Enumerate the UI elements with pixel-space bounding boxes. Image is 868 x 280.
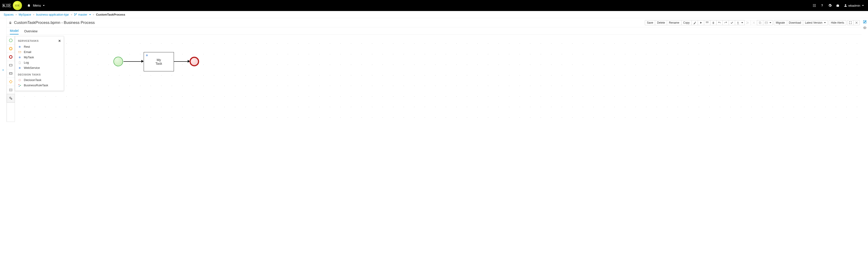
tab-model[interactable]: Model (10, 28, 19, 34)
svg-point-28 (9, 56, 12, 58)
palette-end-event[interactable] (7, 53, 15, 61)
hide-alerts-button[interactable]: Hide Alerts (829, 20, 846, 25)
service-task-label: Log (24, 61, 29, 64)
pencil-square-icon (863, 20, 867, 24)
menu-dropdown[interactable]: Menu (33, 4, 45, 7)
tab-overview[interactable]: Overview (24, 28, 37, 34)
menu-label: Menu (33, 4, 41, 7)
service-task-email[interactable]: Email (15, 49, 64, 55)
copy-icon-button[interactable] (757, 20, 763, 25)
rect-header-icon (9, 72, 13, 76)
user-dropdown[interactable]: wbadmin (844, 4, 864, 7)
palette-subprocess[interactable] (7, 69, 15, 78)
decision-task-label: DecisionTask (24, 78, 41, 82)
service-task-log[interactable]: Log (15, 60, 64, 65)
svg-rect-16 (706, 22, 706, 23)
service-task-mytask[interactable]: MyTask (15, 55, 64, 60)
redo-button[interactable] (722, 20, 729, 25)
list-icon (9, 88, 13, 92)
play-icon (699, 21, 703, 24)
migrate-button[interactable]: Migrate (774, 20, 787, 25)
download-button[interactable]: Download (787, 20, 803, 25)
view-dropdown[interactable] (763, 20, 773, 25)
svg-point-11 (74, 15, 75, 16)
svg-rect-22 (759, 22, 761, 23)
gear-icon (828, 4, 832, 7)
trash-button[interactable] (710, 20, 716, 25)
grid-button[interactable] (704, 20, 710, 25)
bpmn-canvas[interactable]: My Task (15, 36, 862, 122)
palette-task[interactable] (7, 61, 15, 69)
svg-point-39 (20, 46, 20, 47)
bpmn-start-event[interactable] (114, 57, 123, 66)
decision-task-business-rule[interactable]: BusinessRuleTask (15, 83, 64, 88)
apps-button[interactable] (812, 4, 816, 7)
palette-lane[interactable] (7, 86, 15, 94)
cut-icon (752, 21, 755, 24)
latest-version-dropdown[interactable]: Latest Version (803, 20, 828, 25)
rename-button[interactable]: Rename (667, 20, 681, 25)
close-icon (855, 21, 858, 24)
breadcrumb-project[interactable]: business-application-kjar (36, 13, 69, 16)
decision-task-decision[interactable]: DecisionTask (15, 77, 64, 83)
editor-main: CustomTaskProcess.bpmn - Business Proces… (6, 18, 862, 122)
delete-button[interactable]: Delete (655, 20, 667, 25)
save-button[interactable]: Save (645, 20, 655, 25)
properties-panel-toggle[interactable] (863, 20, 867, 24)
breadcrumb-spaces[interactable]: Spaces (4, 13, 13, 16)
project-explorer-toggle[interactable] (0, 18, 6, 122)
admin-button[interactable] (836, 4, 840, 7)
lock-icon (8, 21, 12, 25)
eye-icon (863, 26, 867, 30)
copy-button[interactable]: Copy (681, 20, 692, 25)
decision-task-label: BusinessRuleTask (24, 84, 48, 87)
svg-rect-21 (760, 22, 761, 24)
gears-icon (9, 96, 13, 100)
svg-point-2 (815, 4, 816, 5)
check-button[interactable] (729, 20, 735, 25)
sequence-flow[interactable] (174, 61, 189, 62)
svg-point-12 (76, 13, 76, 14)
download-dropdown[interactable] (735, 20, 745, 25)
palette-service-tasks[interactable] (7, 94, 15, 102)
service-task-webservice[interactable]: WebService (15, 65, 64, 71)
settings-button[interactable] (828, 4, 832, 7)
svg-point-44 (20, 67, 20, 68)
svg-rect-15 (708, 21, 708, 22)
bpmn-task-node[interactable]: My Task (144, 52, 174, 72)
editor-titlebar: CustomTaskProcess.bpmn - Business Proces… (7, 18, 862, 27)
home-button[interactable] (27, 4, 31, 7)
undo-button[interactable] (716, 20, 723, 25)
svg-rect-40 (19, 51, 21, 53)
service-task-rest[interactable]: Rest (15, 44, 64, 49)
preview-toggle[interactable] (863, 26, 867, 30)
branch-selector[interactable]: master (74, 13, 91, 16)
svg-point-51 (864, 27, 865, 28)
expand-button[interactable] (847, 20, 854, 25)
svg-point-6 (813, 6, 814, 7)
help-button[interactable]: ? (820, 4, 824, 7)
palette-gateway[interactable] (7, 78, 15, 86)
diamond-icon (9, 80, 13, 84)
palette-intermediate-event[interactable] (7, 45, 15, 53)
flyout-close[interactable]: ✕ (58, 39, 61, 43)
breadcrumb-space[interactable]: MySpace (19, 13, 31, 16)
layout-icon (765, 21, 768, 24)
bpmn-end-event[interactable] (189, 57, 199, 66)
breadcrumb: Spaces » MySpace » business-application-… (0, 11, 868, 18)
cut-button[interactable] (744, 20, 751, 25)
user-icon (844, 4, 847, 7)
run-button[interactable] (698, 20, 704, 25)
gear-blue-icon (18, 45, 21, 49)
svg-point-1 (814, 4, 815, 5)
circle-red-icon (9, 55, 13, 59)
palette-start-event[interactable] (7, 36, 15, 45)
sequence-flow[interactable] (124, 61, 142, 62)
document-icon (18, 61, 21, 64)
brand-text: KIE (2, 2, 11, 8)
validate-button[interactable] (691, 20, 698, 25)
scissors-icon (746, 21, 749, 24)
breadcrumb-separator: » (71, 13, 72, 16)
cut2-button[interactable] (751, 20, 757, 25)
close-button[interactable] (853, 20, 860, 25)
